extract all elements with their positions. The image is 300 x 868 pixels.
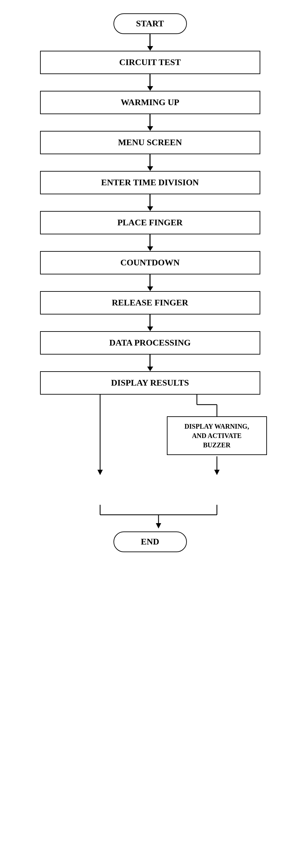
node-release-finger: RELEASE FINGER (40, 291, 260, 314)
node-end: END (113, 531, 187, 552)
arrow-5 (147, 194, 153, 211)
flowchart: START CIRCUIT TEST WARMING UP MENU SCREE… (0, 13, 300, 552)
node-start: START (113, 13, 187, 34)
arrow-9 (147, 354, 153, 371)
arrow-1 (147, 34, 153, 51)
node-display-warning: DISPLAY WARNING, AND ACTIVATE BUZZER (167, 416, 267, 455)
merge-svg (33, 505, 267, 531)
arrow-3 (147, 114, 153, 131)
node-circuit-test: CIRCUIT TEST (40, 51, 260, 74)
arrow-4 (147, 154, 153, 171)
node-countdown: COUNTDOWN (40, 251, 260, 274)
node-menu-screen: MENU SCREEN (40, 131, 260, 154)
node-warming-up: WARMING UP (40, 91, 260, 114)
svg-marker-1 (97, 470, 103, 475)
arrow-7 (147, 274, 153, 291)
svg-marker-12 (156, 523, 161, 528)
arrow-2 (147, 74, 153, 91)
arrow-8 (147, 314, 153, 331)
svg-marker-7 (214, 470, 220, 475)
node-display-results: DISPLAY RESULTS (40, 371, 260, 395)
node-place-finger: PLACE FINGER (40, 211, 260, 235)
arrow-6 (147, 235, 153, 251)
node-enter-time-division: ENTER TIME DIVISION (40, 171, 260, 194)
branch-container: DISPLAY WARNING, AND ACTIVATE BUZZER (33, 395, 267, 501)
node-data-processing: DATA PROCESSING (40, 331, 260, 354)
